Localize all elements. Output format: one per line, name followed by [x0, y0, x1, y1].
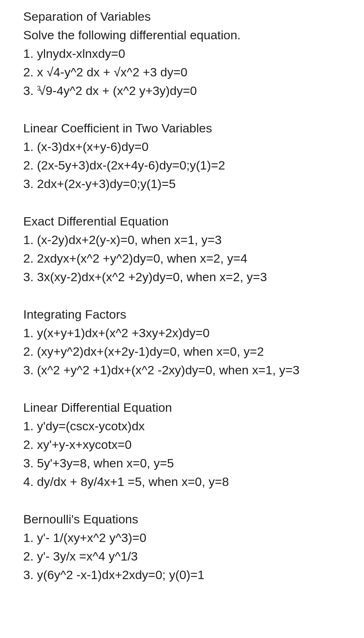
problem-item: 1. y'dy=(cscx-ycotx)dx [23, 417, 341, 435]
section-exact-differential: Exact Differential Equation 1. (x-2y)dx+… [23, 212, 341, 286]
problem-item: 4. dy/dx + 8y/4x+1 =5, when x=0, y=8 [23, 472, 341, 491]
section-linear-coefficient: Linear Coefficient in Two Variables 1. (… [23, 119, 341, 193]
section-title: Exact Differential Equation [23, 212, 341, 231]
problem-item: 3. y(6y^2 -x-1)dx+2xdy=0; y(0)=1 [23, 566, 341, 584]
problem-item: 1. ylnydx-xlnxdy=0 [23, 44, 341, 63]
section-intro: Solve the following differential equatio… [23, 26, 341, 44]
problem-item: 1. y'- 1/(xy+x^2 y^3)=0 [23, 529, 341, 547]
problem-item: 1. (x-2y)dx+2(y-x)=0, when x=1, y=3 [23, 231, 341, 249]
problem-item: 2. x √4-y^2 dx + √x^2 +3 dy=0 [23, 63, 341, 81]
section-linear-differential: Linear Differential Equation 1. y'dy=(cs… [23, 398, 341, 491]
section-bernoullis-equations: Bernoulli's Equations 1. y'- 1/(xy+x^2 y… [23, 510, 341, 584]
section-title: Linear Coefficient in Two Variables [23, 119, 341, 137]
problem-item: 2. (2x-5y+3)dx-(2x+4y-6)dy=0;y(1)=2 [23, 156, 341, 175]
problem-item: 3. 2dx+(2x-y+3)dy=0;y(1)=5 [23, 175, 341, 193]
problem-item: 3. 5y'+3y=8, when x=0, y=5 [23, 454, 341, 472]
problem-item: 2. y'- 3y/x =x^4 y^1/3 [23, 547, 341, 566]
problem-item: 3. 3√9-4y^2 dx + (x^2 y+3y)dy=0 [23, 81, 341, 100]
section-title: Bernoulli's Equations [23, 510, 341, 529]
cube-root-symbol: 3√ [37, 81, 46, 100]
problem-item: 2. 2xdyx+(x^2 +y^2)dy=0, when x=2, y=4 [23, 249, 341, 268]
section-separation-of-variables: Separation of Variables Solve the follow… [23, 7, 341, 100]
problem-item: 1. (x-3)dx+(x+y-6)dy=0 [23, 137, 341, 156]
problem-item: 2. xy'+y-x+xycotx=0 [23, 435, 341, 454]
problem-rest: 9-4y^2 dx + (x^2 y+3y)dy=0 [46, 84, 197, 97]
problem-item: 3. (x^2 +y^2 +1)dx+(x^2 -2xy)dy=0, when … [23, 361, 341, 379]
problem-item: 2. (xy+y^2)dx+(x+2y-1)dy=0, when x=0, y=… [23, 342, 341, 361]
section-title: Linear Differential Equation [23, 398, 341, 417]
problem-item: 1. y(x+y+1)dx+(x^2 +3xy+2x)dy=0 [23, 324, 341, 342]
section-title: Separation of Variables [23, 7, 341, 26]
section-title: Integrating Factors [23, 305, 341, 324]
problem-item: 3. 3x(xy-2)dx+(x^2 +2y)dy=0, when x=2, y… [23, 268, 341, 286]
problem-prefix: 3. [23, 84, 37, 97]
cube-root-exponent: 3 [37, 85, 41, 92]
section-integrating-factors: Integrating Factors 1. y(x+y+1)dx+(x^2 +… [23, 305, 341, 379]
